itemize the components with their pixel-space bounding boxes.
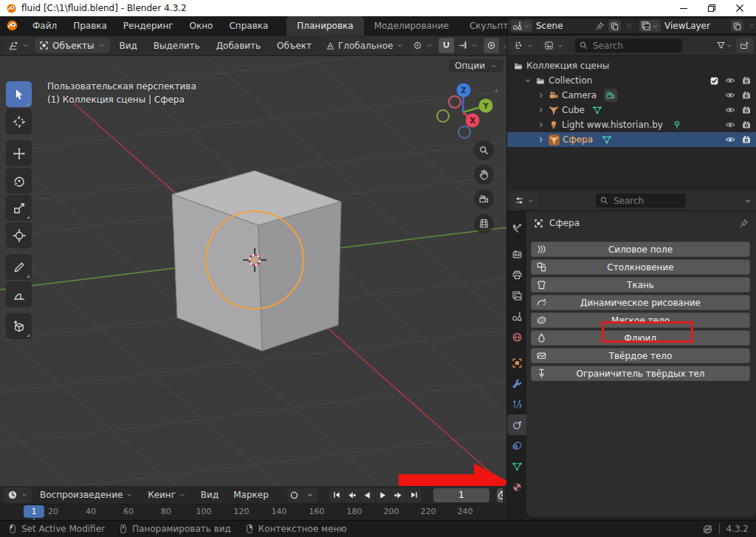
camera-view-icon[interactable] bbox=[474, 189, 494, 209]
jump-to-end-button[interactable] bbox=[407, 488, 422, 502]
auto-keying-toggle[interactable] bbox=[287, 488, 303, 502]
tool-annotate[interactable] bbox=[6, 254, 32, 280]
rigid-body-button[interactable]: Твёрдое тело bbox=[531, 348, 750, 363]
timeline-editor-type-button[interactable] bbox=[4, 488, 32, 503]
menu-object[interactable]: Объект bbox=[269, 35, 319, 56]
collision-button[interactable]: Столкновение bbox=[531, 259, 750, 275]
outliner-row-cube[interactable]: Cube bbox=[507, 103, 756, 117]
outliner-editor-type-button[interactable] bbox=[510, 38, 537, 53]
menu-marker[interactable]: Маркер bbox=[227, 486, 275, 504]
tool-transform[interactable] bbox=[6, 222, 32, 248]
disable-render-icon[interactable] bbox=[741, 134, 752, 145]
cloth-button[interactable]: Ткань bbox=[531, 277, 750, 293]
tool-rotate[interactable] bbox=[6, 168, 32, 194]
tool-cursor[interactable] bbox=[6, 109, 32, 134]
menu-window[interactable]: Окно bbox=[182, 16, 221, 35]
tab-world[interactable] bbox=[507, 326, 526, 347]
scene-copy-icon[interactable] bbox=[608, 20, 621, 32]
menu-keying[interactable]: Кеинг bbox=[141, 486, 193, 504]
playhead-marker[interactable]: 1 bbox=[24, 505, 44, 518]
pivot-point-dropdown[interactable] bbox=[409, 38, 437, 53]
workspace-tab-layout[interactable]: Планировка bbox=[286, 16, 363, 35]
menu-add[interactable]: Добавить bbox=[209, 35, 268, 56]
chevron-down-icon[interactable] bbox=[523, 76, 532, 85]
viewlayer-copy-icon[interactable] bbox=[731, 20, 743, 32]
chevron-right-icon[interactable] bbox=[537, 106, 546, 114]
restore-button[interactable] bbox=[707, 4, 716, 13]
tool-move[interactable] bbox=[6, 140, 32, 166]
tab-object-data[interactable] bbox=[507, 456, 526, 476]
tool-select-box[interactable] bbox=[6, 81, 32, 107]
properties-editor-type-button[interactable] bbox=[511, 193, 538, 208]
disable-render-icon[interactable] bbox=[741, 90, 752, 100]
network-offline-icon[interactable] bbox=[702, 524, 713, 535]
force-field-button[interactable]: Силовое поле bbox=[531, 242, 750, 257]
exclude-checkbox[interactable] bbox=[709, 76, 719, 86]
menu-view[interactable]: Вид bbox=[111, 35, 144, 56]
menu-select[interactable]: Выделить bbox=[146, 35, 207, 56]
mode-dropdown[interactable]: Объекты bbox=[35, 38, 110, 53]
tab-tool[interactable] bbox=[507, 217, 526, 238]
zoom-icon[interactable] bbox=[474, 140, 494, 160]
scene-icon[interactable] bbox=[511, 20, 532, 32]
timeline-ruler[interactable]: 1 20 40 60 80 100 120 140 160 180 200 22… bbox=[0, 504, 506, 520]
menu-file[interactable]: Файл bbox=[24, 16, 65, 35]
hide-eye-icon[interactable] bbox=[725, 90, 735, 100]
close-button[interactable] bbox=[735, 4, 744, 13]
tab-material[interactable] bbox=[507, 476, 526, 497]
tab-modifiers[interactable] bbox=[507, 373, 526, 394]
next-keyframe-button[interactable] bbox=[391, 488, 407, 502]
tool-measure[interactable] bbox=[6, 281, 32, 307]
stopwatch-icon[interactable] bbox=[497, 488, 503, 502]
navigation-gizmo[interactable]: Z Y X bbox=[433, 78, 501, 146]
chevron-right-icon[interactable] bbox=[537, 120, 546, 129]
outliner-search-input[interactable] bbox=[575, 38, 682, 52]
disable-render-icon[interactable] bbox=[741, 120, 752, 130]
region-collapse-arrow[interactable]: ‹ bbox=[495, 86, 498, 95]
workspace-tab-modeling[interactable]: Моделирование bbox=[364, 16, 459, 35]
menu-help[interactable]: Справка bbox=[221, 16, 276, 35]
outliner-display-mode-button[interactable] bbox=[540, 38, 568, 53]
chevron-right-icon[interactable] bbox=[537, 135, 546, 144]
menu-render[interactable]: Рендеринг bbox=[115, 16, 182, 35]
previous-keyframe-button[interactable] bbox=[345, 488, 360, 502]
hide-eye-icon[interactable] bbox=[725, 134, 735, 145]
snap-toggle[interactable] bbox=[439, 38, 454, 53]
outliner-row-collection[interactable]: Collection bbox=[507, 73, 756, 88]
pin-icon[interactable] bbox=[595, 21, 605, 31]
pan-hand-icon[interactable] bbox=[474, 165, 494, 185]
viewport-3d[interactable]: Пользовательская перспектива (1) Коллекц… bbox=[0, 56, 506, 486]
jump-to-start-button[interactable] bbox=[329, 488, 345, 502]
tab-scene[interactable] bbox=[507, 306, 526, 326]
tab-render[interactable] bbox=[507, 244, 526, 264]
new-collection-button[interactable] bbox=[736, 38, 753, 53]
soft-body-button[interactable]: Мягкое тело bbox=[531, 312, 750, 328]
properties-options-dropdown[interactable] bbox=[743, 196, 752, 205]
snap-target-dropdown[interactable] bbox=[454, 38, 482, 53]
tool-add-cube[interactable] bbox=[6, 313, 32, 339]
disable-render-icon[interactable] bbox=[741, 105, 752, 115]
options-button[interactable]: Опции bbox=[449, 59, 504, 72]
menu-view-timeline[interactable]: Вид bbox=[194, 486, 225, 504]
tab-physics[interactable] bbox=[507, 414, 526, 435]
outliner-row-light[interactable]: Light www.historian.by bbox=[507, 117, 756, 132]
fluid-button[interactable]: Флюид bbox=[531, 330, 750, 346]
blender-menu-icon[interactable] bbox=[0, 19, 24, 32]
tab-view-layer[interactable] bbox=[507, 285, 526, 306]
play-button[interactable] bbox=[376, 488, 391, 502]
hide-eye-icon[interactable] bbox=[725, 75, 735, 86]
outliner-row-scene-collection[interactable]: Коллекция сцены bbox=[507, 58, 756, 73]
proportional-editing-toggle[interactable] bbox=[484, 38, 499, 53]
scene-selector[interactable]: Scene bbox=[508, 18, 636, 33]
menu-playback[interactable]: Воспроизведение bbox=[33, 486, 140, 504]
tab-object[interactable] bbox=[507, 352, 526, 373]
dynamic-paint-button[interactable]: Динамическое рисование bbox=[531, 295, 750, 310]
hide-eye-icon[interactable] bbox=[725, 105, 735, 115]
tab-constraints[interactable] bbox=[507, 435, 526, 456]
play-reverse-button[interactable] bbox=[360, 488, 376, 502]
perspective-toggle-icon[interactable] bbox=[474, 213, 494, 233]
properties-search-input[interactable] bbox=[596, 194, 686, 208]
tool-scale[interactable] bbox=[6, 195, 32, 221]
disable-render-icon[interactable] bbox=[741, 75, 752, 86]
pin-icon[interactable] bbox=[739, 219, 749, 228]
